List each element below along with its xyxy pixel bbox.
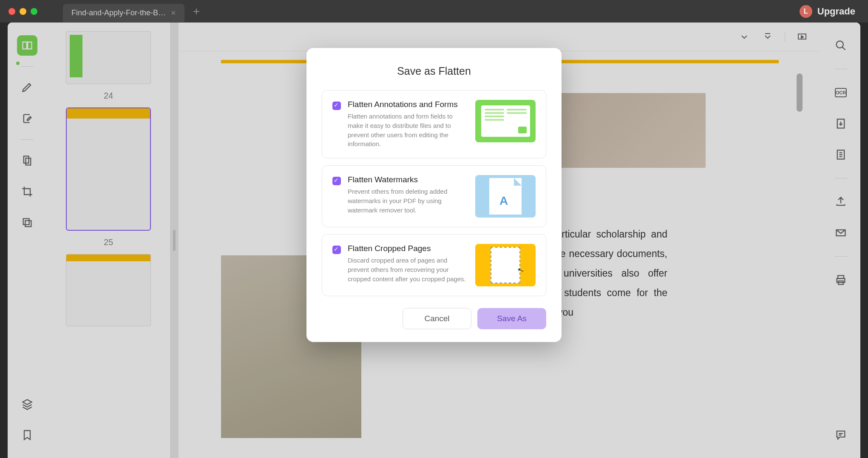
upgrade-button[interactable]: Upgrade: [817, 6, 855, 17]
document-tab[interactable]: Find-and-Apply-For-the-B… ×: [63, 4, 184, 22]
option-title: Flatten Annotations and Forms: [348, 100, 468, 109]
maximize-window[interactable]: [31, 8, 37, 15]
modal-actions: Cancel Save As: [322, 308, 546, 329]
cancel-button[interactable]: Cancel: [403, 308, 471, 329]
option-description: Flatten annotations and form fields to m…: [348, 112, 468, 149]
main-area: 24 25 1 Start Preparations Once you have…: [8, 23, 860, 458]
window-controls: [9, 8, 37, 15]
option-flatten-cropped[interactable]: Flatten Cropped Pages Discard cropped ar…: [322, 234, 546, 296]
option-description: Discard cropped area of pages and preven…: [348, 256, 468, 283]
save-as-button[interactable]: Save As: [477, 308, 546, 329]
cropped-illustration: ↖: [475, 244, 536, 286]
close-tab-icon[interactable]: ×: [171, 8, 176, 18]
option-flatten-watermarks[interactable]: Flatten Watermarks Prevent others from d…: [322, 165, 546, 227]
checkbox-annotations[interactable]: [332, 102, 341, 110]
checkbox-watermarks[interactable]: [332, 177, 341, 185]
close-window[interactable]: [9, 8, 15, 15]
watermarks-illustration: A: [475, 175, 536, 218]
option-title: Flatten Cropped Pages: [348, 244, 468, 253]
modal-backdrop[interactable]: Save as Flatten Flatten Annotations and …: [8, 23, 860, 458]
new-tab-button[interactable]: +: [193, 5, 200, 18]
avatar[interactable]: L: [800, 5, 812, 18]
modal-title: Save as Flatten: [322, 65, 546, 77]
minimize-window[interactable]: [20, 8, 26, 15]
option-flatten-annotations[interactable]: Flatten Annotations and Forms Flatten an…: [322, 90, 546, 158]
titlebar: Find-and-Apply-For-the-B… × + L Upgrade: [0, 0, 868, 23]
save-flatten-modal: Save as Flatten Flatten Annotations and …: [306, 48, 562, 342]
annotations-illustration: [475, 100, 536, 142]
option-description: Prevent others from deleting added water…: [348, 187, 468, 215]
tab-title: Find-and-Apply-For-the-B…: [71, 8, 166, 17]
checkbox-cropped[interactable]: [332, 246, 341, 254]
option-title: Flatten Watermarks: [348, 175, 468, 184]
